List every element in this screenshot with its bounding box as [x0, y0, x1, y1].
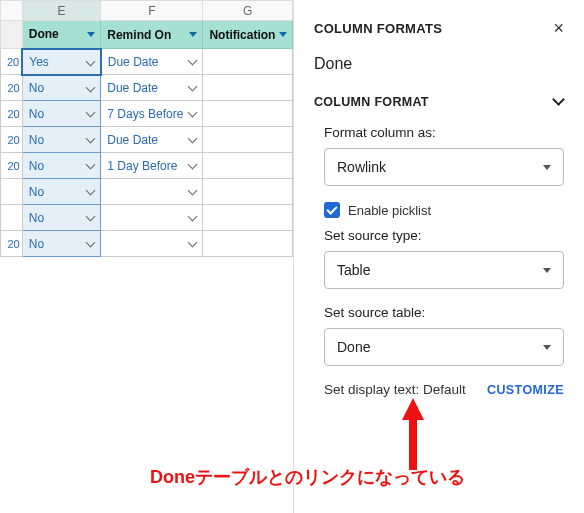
row-num [1, 205, 23, 231]
chevron-down-icon[interactable] [189, 109, 197, 117]
row-num: 20 [1, 127, 23, 153]
cell-remind[interactable]: 7 Days Before [101, 101, 203, 127]
source-type-value: Table [337, 262, 370, 278]
row-gutter [1, 21, 23, 49]
col-header-label: Remind On [107, 28, 171, 42]
cell-notification[interactable] [203, 75, 293, 101]
col-letter-F[interactable]: F [101, 1, 203, 21]
cell-remind[interactable] [101, 179, 203, 205]
customize-link[interactable]: CUSTOMIZE [487, 383, 564, 397]
col-header-remind[interactable]: Remind On [101, 21, 203, 49]
column-letter-row: E F G [1, 1, 293, 21]
column-formats-panel: COLUMN FORMATS × Done COLUMN FORMAT Form… [293, 0, 584, 513]
field-name: Done [314, 55, 564, 73]
chevron-down-icon[interactable] [189, 187, 197, 195]
dropdown-icon [543, 165, 551, 170]
format-as-select[interactable]: Rowlink [324, 148, 564, 186]
chevron-down-icon[interactable] [87, 239, 95, 247]
source-type-label: Set source type: [324, 228, 564, 243]
cell-done[interactable]: No [22, 127, 101, 153]
chevron-down-icon[interactable] [87, 135, 95, 143]
dropdown-icon [543, 345, 551, 350]
chevron-down-icon[interactable] [87, 109, 95, 117]
row-num [1, 179, 23, 205]
cell-notification[interactable] [203, 49, 293, 75]
section-label: COLUMN FORMAT [314, 95, 429, 109]
spreadsheet-area: E F G Done Remind On Notification 20 Yes… [0, 0, 293, 513]
table-row: 20 No Due Date [1, 127, 293, 153]
table-row: No [1, 205, 293, 231]
col-letter-G[interactable]: G [203, 1, 293, 21]
table-row: 20 No 7 Days Before [1, 101, 293, 127]
chevron-down-icon[interactable] [189, 57, 197, 65]
chevron-down-icon[interactable] [87, 161, 95, 169]
chevron-down-icon [554, 97, 564, 107]
source-table-value: Done [337, 339, 370, 355]
panel-title: COLUMN FORMATS [314, 21, 442, 36]
chevron-down-icon[interactable] [87, 84, 95, 92]
dropdown-icon [543, 268, 551, 273]
cell-done[interactable]: No [22, 205, 101, 231]
cell-remind[interactable] [101, 231, 203, 257]
chevron-down-icon[interactable] [189, 213, 197, 221]
cell-notification[interactable] [203, 101, 293, 127]
dropdown-icon[interactable] [279, 32, 287, 37]
row-num: 20 [1, 101, 23, 127]
cell-notification[interactable] [203, 153, 293, 179]
chevron-down-icon[interactable] [189, 83, 197, 91]
cell-done[interactable]: No [22, 101, 101, 127]
enable-picklist-label: Enable picklist [348, 203, 431, 218]
cell-remind[interactable]: Due Date [101, 49, 203, 75]
dropdown-icon[interactable] [87, 32, 95, 37]
cell-remind[interactable] [101, 205, 203, 231]
row-num: 20 [1, 49, 23, 75]
table-row: 20 No 1 Day Before [1, 153, 293, 179]
table-row: No [1, 179, 293, 205]
source-table-select[interactable]: Done [324, 328, 564, 366]
close-icon[interactable]: × [553, 18, 564, 39]
display-text-label: Set display text: Default [324, 382, 466, 397]
col-header-label: Notification [209, 28, 275, 42]
table-row: 20 Yes Due Date [1, 49, 293, 75]
col-header-notification[interactable]: Notification [203, 21, 293, 49]
cell-notification[interactable] [203, 179, 293, 205]
table-row: 20 No [1, 231, 293, 257]
format-as-value: Rowlink [337, 159, 386, 175]
col-letter-E[interactable]: E [22, 1, 101, 21]
cell-done[interactable]: No [22, 153, 101, 179]
cell-done[interactable]: No [22, 179, 101, 205]
cell-done[interactable]: Yes [22, 49, 101, 75]
table-row: 20 No Due Date [1, 75, 293, 101]
source-table-label: Set source table: [324, 305, 564, 320]
col-header-label: Done [29, 27, 59, 41]
row-num: 20 [1, 231, 23, 257]
cell-done[interactable]: No [22, 231, 101, 257]
cell-remind[interactable]: Due Date [101, 75, 203, 101]
cell-notification[interactable] [203, 205, 293, 231]
chevron-down-icon[interactable] [87, 58, 95, 66]
row-num: 20 [1, 153, 23, 179]
enable-picklist-checkbox[interactable] [324, 202, 340, 218]
header-row: Done Remind On Notification [1, 21, 293, 49]
chevron-down-icon[interactable] [87, 213, 95, 221]
cell-notification[interactable] [203, 127, 293, 153]
chevron-down-icon[interactable] [189, 135, 197, 143]
format-as-label: Format column as: [324, 125, 564, 140]
dropdown-icon[interactable] [189, 32, 197, 37]
cell-remind[interactable]: Due Date [101, 127, 203, 153]
corner-cell [1, 1, 23, 21]
cell-done[interactable]: No [22, 75, 101, 101]
cell-remind[interactable]: 1 Day Before [101, 153, 203, 179]
chevron-down-icon[interactable] [189, 161, 197, 169]
section-header[interactable]: COLUMN FORMAT [314, 95, 564, 109]
cell-notification[interactable] [203, 231, 293, 257]
chevron-down-icon[interactable] [87, 187, 95, 195]
chevron-down-icon[interactable] [189, 239, 197, 247]
source-type-select[interactable]: Table [324, 251, 564, 289]
row-num: 20 [1, 75, 23, 101]
col-header-done[interactable]: Done [22, 21, 101, 49]
